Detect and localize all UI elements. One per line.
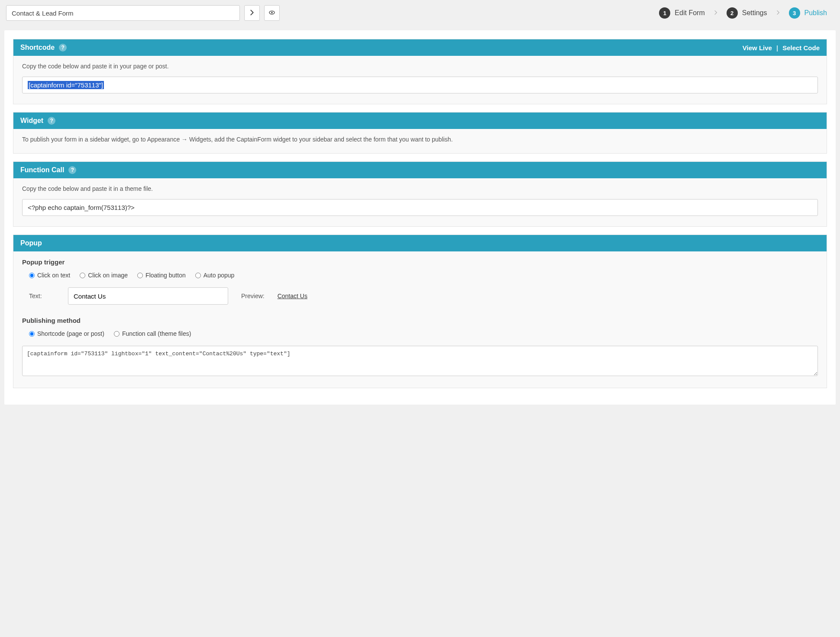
step-settings[interactable]: 2 Settings	[727, 7, 767, 19]
panel-body: Popup trigger Click on text Click on ima…	[13, 251, 827, 388]
step-label: Settings	[742, 9, 767, 17]
publishing-function-radio[interactable]: Function call (theme files)	[114, 330, 191, 337]
help-icon[interactable]: ?	[59, 44, 67, 51]
help-icon[interactable]: ?	[48, 117, 55, 125]
radio-label: Auto popup	[204, 272, 235, 279]
shortcode-code: [captainform id="753113"]	[28, 81, 104, 89]
step-number: 2	[727, 7, 738, 19]
radio-label: Click on text	[37, 272, 70, 279]
radio-input[interactable]	[195, 273, 201, 278]
svg-point-1	[271, 12, 272, 13]
go-button[interactable]	[244, 5, 260, 21]
shortcode-instruction: Copy the code below and paste it in your…	[22, 63, 818, 70]
trigger-auto-radio[interactable]: Auto popup	[195, 272, 235, 279]
panel-body: Copy the code below and paste it in your…	[13, 56, 827, 104]
popup-trigger-label: Popup trigger	[22, 258, 818, 266]
trigger-image-radio[interactable]: Click on image	[80, 272, 128, 279]
popup-panel: Popup Popup trigger Click on text Click …	[13, 235, 827, 388]
radio-label: Shortcode (page or post)	[37, 330, 104, 337]
function-code-input[interactable]: <?php echo captain_form(753113)?>	[22, 199, 818, 216]
chevron-right-icon	[713, 10, 719, 17]
eye-icon	[268, 9, 275, 17]
panel-header: Function Call ?	[13, 162, 827, 178]
function-call-panel: Function Call ? Copy the code below and …	[13, 161, 827, 227]
panel-header: Widget ?	[13, 113, 827, 129]
publishing-shortcode-radio[interactable]: Shortcode (page or post)	[29, 330, 104, 337]
function-code: <?php echo captain_form(753113)?>	[28, 204, 135, 211]
radio-input[interactable]	[80, 273, 85, 278]
trigger-text-radio[interactable]: Click on text	[29, 272, 70, 279]
step-label: Edit Form	[675, 9, 704, 17]
popup-text-row: Text: Preview: Contact Us	[29, 287, 818, 305]
chevron-right-icon	[249, 9, 255, 17]
widget-panel: Widget ? To publish your form in a sideb…	[13, 112, 827, 154]
radio-label: Click on image	[88, 272, 128, 279]
step-number: 3	[789, 7, 800, 19]
panel-title: Shortcode	[20, 44, 55, 51]
step-number: 1	[659, 7, 670, 19]
panel-body: Copy the code below and paste it in a th…	[13, 178, 827, 226]
popup-text-input[interactable]	[68, 287, 228, 305]
radio-label: Floating button	[145, 272, 186, 279]
shortcode-code-input[interactable]: [captainform id="753113"]	[22, 77, 818, 93]
panel-title: Popup	[20, 239, 42, 247]
panel-actions: View Live | Select Code	[743, 44, 820, 51]
panel-title: Widget	[20, 117, 43, 125]
text-label: Text:	[29, 293, 55, 299]
preview-label: Preview:	[241, 293, 265, 299]
panel-header: Shortcode ? View Live | Select Code	[13, 39, 827, 56]
shortcode-panel: Shortcode ? View Live | Select Code Copy…	[13, 39, 827, 104]
panel-header: Popup	[13, 235, 827, 251]
widget-text: To publish your form in a sidebar widget…	[22, 136, 818, 143]
panel-body: To publish your form in a sidebar widget…	[13, 129, 827, 153]
preview-link[interactable]: Contact Us	[278, 293, 307, 299]
step-label: Publish	[804, 9, 827, 17]
radio-input[interactable]	[29, 273, 35, 278]
preview-button[interactable]	[264, 5, 280, 21]
main-card: Shortcode ? View Live | Select Code Copy…	[4, 30, 836, 405]
steps-nav: 1 Edit Form 2 Settings 3 Publish	[659, 7, 834, 19]
step-publish[interactable]: 3 Publish	[789, 7, 827, 19]
trigger-radio-row: Click on text Click on image Floating bu…	[29, 272, 818, 279]
function-call-instruction: Copy the code below and paste it in a th…	[22, 185, 818, 192]
step-edit-form[interactable]: 1 Edit Form	[659, 7, 704, 19]
separator: |	[776, 44, 778, 51]
publishing-method-label: Publishing method	[22, 317, 818, 324]
view-live-link[interactable]: View Live	[743, 44, 772, 51]
panel-title: Function Call	[20, 166, 64, 174]
top-bar: 1 Edit Form 2 Settings 3 Publish	[0, 0, 840, 26]
select-code-link[interactable]: Select Code	[782, 44, 820, 51]
publishing-radio-row: Shortcode (page or post) Function call (…	[29, 330, 818, 337]
radio-input[interactable]	[137, 273, 143, 278]
radio-label: Function call (theme files)	[122, 330, 191, 337]
form-name-input[interactable]	[6, 5, 240, 21]
help-icon[interactable]: ?	[68, 166, 76, 174]
chevron-right-icon	[775, 10, 781, 17]
radio-input[interactable]	[114, 331, 120, 337]
trigger-floating-radio[interactable]: Floating button	[137, 272, 186, 279]
popup-shortcode-output[interactable]	[22, 346, 818, 376]
radio-input[interactable]	[29, 331, 35, 337]
